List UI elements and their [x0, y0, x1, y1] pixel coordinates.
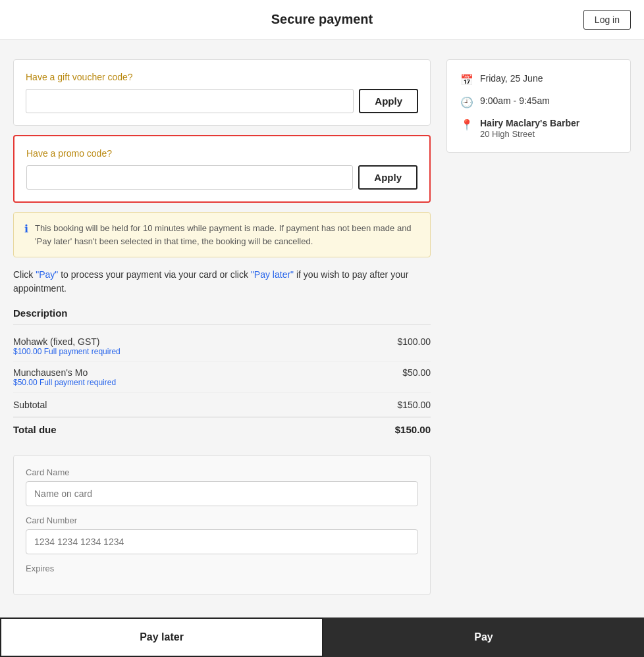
expires-label: Expires: [26, 564, 418, 573]
page-title: Secure payment: [271, 12, 373, 27]
total-label: Total due: [13, 424, 57, 435]
click-pay-description: Click "Pay" to process your payment via …: [13, 268, 431, 296]
header: Secure payment Log in: [0, 0, 644, 39]
card-name-group: Card Name: [26, 467, 418, 506]
total-row: Total due $150.00: [13, 417, 431, 442]
gift-voucher-input[interactable]: [26, 89, 354, 113]
payment-form: Card Name Card Number Expires: [13, 455, 431, 595]
table-row: Munchausen's Mo $50.00 Full payment requ…: [13, 362, 431, 393]
right-column: 📅 Friday, 25 June 🕘 9:00am - 9:45am 📍 Ha…: [446, 59, 631, 153]
pay-later-button[interactable]: Pay later: [0, 618, 323, 657]
booking-business-text: Hairy Maclary's Barber 20 High Street: [480, 118, 579, 139]
main-layout: Have a gift voucher code? Apply Have a p…: [0, 39, 644, 625]
promo-code-apply-button[interactable]: Apply: [358, 165, 417, 190]
promo-code-input[interactable]: [26, 165, 353, 190]
notice-text: This booking will be held for 10 minutes…: [35, 222, 419, 248]
gift-voucher-section: Have a gift voucher code? Apply: [13, 59, 431, 126]
card-number-label: Card Number: [26, 515, 418, 525]
info-icon: ℹ: [24, 223, 28, 248]
booking-location-item: 📍 Hairy Maclary's Barber 20 High Street: [460, 118, 617, 139]
gift-voucher-apply-button[interactable]: Apply: [359, 89, 418, 113]
card-number-input[interactable]: [26, 529, 418, 554]
item-name-munchausen: Munchausen's Mo $50.00 Full payment requ…: [13, 367, 116, 387]
card-number-group: Card Number: [26, 515, 418, 554]
item-name-mohawk: Mohawk (fixed, GST) $100.00 Full payment…: [13, 336, 121, 356]
card-name-input[interactable]: [26, 481, 418, 506]
booking-card: 📅 Friday, 25 June 🕘 9:00am - 9:45am 📍 Ha…: [446, 59, 631, 153]
promo-code-input-row: Apply: [26, 165, 417, 190]
clock-icon: 🕘: [460, 96, 473, 109]
booking-time-text: 9:00am - 9:45am: [480, 95, 550, 106]
table-row: Mohawk (fixed, GST) $100.00 Full payment…: [13, 331, 431, 362]
description-section: Description Mohawk (fixed, GST) $100.00 …: [13, 307, 431, 442]
left-column: Have a gift voucher code? Apply Have a p…: [13, 59, 431, 606]
card-name-label: Card Name: [26, 467, 418, 477]
booking-time-item: 🕘 9:00am - 9:45am: [460, 95, 617, 109]
booking-date-item: 📅 Friday, 25 June: [460, 73, 617, 86]
description-header: Description: [13, 307, 431, 325]
subtotal-label: Subtotal: [13, 400, 47, 410]
subtotal-row: Subtotal $150.00: [13, 393, 431, 417]
pay-button[interactable]: Pay: [323, 618, 644, 657]
calendar-icon: 📅: [460, 74, 473, 86]
login-button[interactable]: Log in: [583, 10, 631, 30]
promo-code-section: Have a promo code? Apply: [13, 135, 431, 203]
gift-voucher-label: Have a gift voucher code?: [26, 72, 418, 82]
footer-buttons: Pay later Pay: [0, 618, 644, 657]
total-value: $150.00: [395, 424, 431, 435]
promo-code-label: Have a promo code?: [26, 148, 417, 159]
gift-voucher-input-row: Apply: [26, 89, 418, 113]
location-icon: 📍: [460, 118, 473, 131]
expires-group: Expires: [26, 564, 418, 573]
subtotal-value: $150.00: [397, 400, 431, 410]
booking-date-text: Friday, 25 June: [480, 73, 543, 84]
info-notice: ℹ This booking will be held for 10 minut…: [13, 212, 431, 257]
